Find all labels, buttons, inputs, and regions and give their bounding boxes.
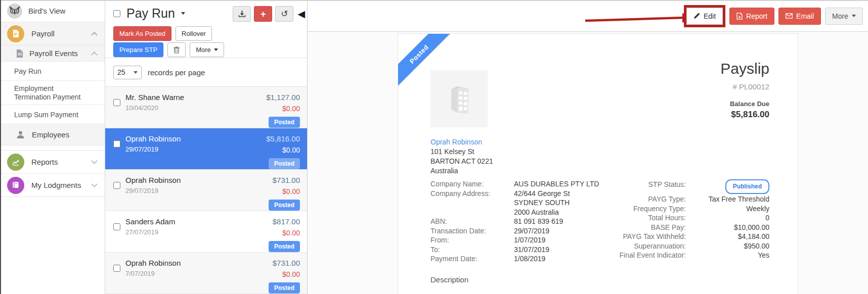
detail-value: Weekly [686, 204, 769, 214]
balance-amount: $0.00 [282, 270, 300, 278]
status-badge: Posted [269, 158, 300, 169]
employee-name: Sanders Adam [125, 217, 175, 226]
edit-button[interactable]: Edit [686, 8, 723, 25]
records-per-page-bar: 25 records per page [105, 58, 307, 87]
detail-label: Transaction Date: [430, 226, 514, 236]
chevron-up-icon [91, 32, 98, 36]
brand-row[interactable]: Bird's View [0, 0, 105, 22]
pay-date: 29/07/2019 [125, 187, 181, 194]
detail-label: Company Address: [430, 189, 514, 199]
balance-amount: $0.00 [282, 105, 300, 113]
pay-date: 7/07/2019 [125, 270, 181, 277]
payslip-title: Payslip [720, 60, 769, 77]
person-icon [16, 130, 25, 139]
row-checkbox[interactable] [113, 140, 120, 148]
sidebar-item-pay-run[interactable]: Pay Run [0, 62, 105, 81]
sidebar-item-label: My Lodgments [31, 181, 81, 189]
payslip-card: Posted Payslip # PL00012 Balan [398, 33, 798, 294]
records-per-page-select[interactable]: 25 [113, 66, 142, 79]
detail-label: ABN: [430, 217, 514, 226]
detail-label: Superannuation: [602, 241, 686, 251]
export-button[interactable] [233, 6, 251, 22]
document-icon [16, 50, 23, 58]
pay-run-row[interactable]: Sanders Adam 27/07/2019 $817.00 $0.00 Po… [105, 211, 307, 253]
status-badge: Posted [269, 117, 300, 128]
detail-value: $950.00 [686, 241, 769, 251]
employee-name: Mr. Shane Warne [125, 93, 184, 102]
payroll-document-icon: P [7, 25, 24, 42]
sidebar-item-payroll[interactable]: P Payroll [0, 22, 105, 45]
records-label: records per page [148, 68, 205, 77]
detail-value: AUS DURABLES PTY LTD [514, 179, 599, 189]
employee-name: Oprah Robinson [125, 259, 181, 267]
sidebar-item-lump-sum-payment[interactable]: Lump Sum Payment [0, 105, 105, 124]
sidebar-item-employment-termination-payment[interactable]: Employment Termination Payment [0, 81, 105, 105]
refresh-button[interactable]: ↺ [275, 6, 293, 22]
title-caret-icon[interactable] [181, 12, 185, 15]
sidebar-item-reports[interactable]: Reports [0, 151, 105, 174]
row-checkbox[interactable] [113, 182, 120, 189]
sidebar-item-label: Pay Run [14, 67, 41, 75]
balance-amount: $0.00 [282, 187, 300, 195]
detail-label: Total Hours: [602, 213, 686, 223]
description-label: Description [430, 275, 468, 284]
book-icon [7, 177, 24, 194]
detail-label [430, 198, 514, 208]
records-value: 25 [117, 68, 125, 76]
collapse-panel-icon[interactable]: ◀ [297, 8, 305, 20]
sidebar-item-payroll-events[interactable]: Payroll Events [0, 45, 105, 62]
pay-run-row-selected[interactable]: Oprah Robinson 29/07/2019 $5,816.00 $0.0… [105, 128, 307, 170]
balance-amount: $0.00 [282, 146, 300, 154]
email-button[interactable]: Email [778, 8, 821, 25]
status-badge: Posted [269, 282, 300, 293]
row-checkbox[interactable] [113, 223, 120, 230]
pay-run-row[interactable]: Oprah Robinson 29/07/2019 $731.00 $0.00 … [105, 170, 307, 211]
detail-label: Final Event Indicator: [602, 251, 686, 260]
pdf-file-icon: A [736, 13, 743, 20]
detail-label: PAYG Tax Withheld: [602, 232, 686, 241]
delete-button[interactable] [167, 42, 186, 57]
pay-run-row[interactable]: Mr. Shane Warne 10/04/2020 $1,127.00 $0.… [105, 87, 307, 128]
row-checkbox[interactable] [113, 99, 120, 106]
pay-date: 27/07/2019 [125, 228, 175, 236]
detail-label: Payment Date: [430, 254, 514, 264]
detail-value: $10,000.00 [686, 223, 769, 232]
rollover-button[interactable]: Rollover [176, 26, 212, 41]
detail-value: Tax Free Threshold [686, 194, 769, 204]
report-button[interactable]: A Report [729, 8, 774, 25]
more-dropdown-button[interactable]: More [825, 8, 863, 25]
report-label: Report [746, 12, 767, 20]
detail-label: From: [430, 235, 514, 245]
pay-date: 10/04/2020 [125, 104, 184, 112]
caret-down-icon [852, 15, 856, 17]
row-checkbox[interactable] [113, 265, 120, 272]
detail-label: BASE Pay: [602, 223, 686, 232]
brand-label: Bird's View [28, 7, 65, 15]
employee-name-link[interactable]: Oprah Robinson [430, 137, 493, 147]
envelope-icon [786, 13, 793, 19]
sidebar-item-label: Reports [31, 158, 58, 166]
pay-amount: $5,816.00 [266, 134, 300, 143]
chart-icon [7, 154, 24, 171]
svg-text:A: A [739, 15, 741, 18]
trash-icon [173, 46, 180, 54]
status-badge: Posted [269, 241, 300, 252]
annotation-highlight-box: Edit [684, 5, 725, 27]
panel-title: Pay Run [126, 6, 175, 21]
pay-run-list-panel: Pay Run + ↺ ◀ Mark As Posted Rollover Pr… [105, 0, 308, 294]
more-button[interactable]: More [190, 42, 224, 57]
edit-label: Edit [704, 12, 716, 20]
mark-as-posted-button[interactable]: Mark As Posted [113, 26, 171, 41]
select-all-checkbox[interactable] [113, 10, 120, 17]
plus-icon: + [261, 9, 266, 20]
svg-text:P: P [14, 32, 17, 37]
payslip-number: # PL00012 [720, 82, 769, 91]
pay-date: 29/07/2019 [125, 145, 181, 153]
sidebar-item-employees[interactable]: Employees [0, 124, 105, 145]
prepare-stp-button[interactable]: Prepare STP [113, 42, 163, 57]
sidebar-item-my-lodgments[interactable]: My Lodgments [0, 174, 105, 197]
pay-run-row[interactable]: Oprah Robinson 7/07/2019 $731.00 $0.00 P… [105, 253, 307, 294]
add-button[interactable]: + [254, 6, 272, 22]
sidebar-item-label: Employees [32, 130, 69, 139]
sidebar-item-label: Payroll Events [29, 49, 78, 58]
